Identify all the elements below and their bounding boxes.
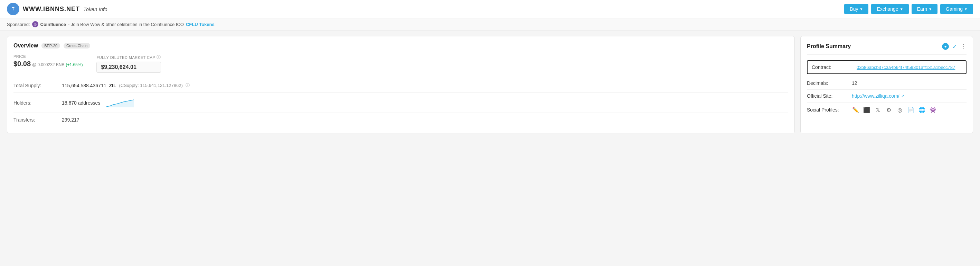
- coinfluence-brand: Coinfluence: [40, 22, 66, 27]
- github-icon[interactable]: ⚙: [885, 106, 892, 114]
- decimals-label: Decimals:: [807, 80, 852, 86]
- overview-header: Overview BEP-20 Cross-Chain: [13, 43, 788, 49]
- market-cap-block: FULLY DILUTED MARKET CAP ⓘ $9,230,624.01: [96, 54, 161, 73]
- exchange-button[interactable]: Exchange ▼: [871, 4, 908, 14]
- profile-dot-icon[interactable]: ●: [942, 43, 949, 50]
- price-section: PRICE $0.08 @ 0.000232 BNB (+1.65%) FULL…: [13, 54, 788, 73]
- profile-title: Profile Summary: [807, 43, 851, 50]
- social-profiles-label: Social Profiles:: [807, 107, 852, 112]
- sponsored-bar: Sponsored: ◎ Coinfluence - Join Bow Wow …: [0, 18, 980, 30]
- header: T WWW.IBNNS.NET Token Info Buy ▼ Exchang…: [0, 0, 980, 18]
- circle-icon[interactable]: ◎: [896, 106, 904, 114]
- price-block: PRICE $0.08 @ 0.000232 BNB (+1.65%): [13, 54, 83, 68]
- edit-icon[interactable]: ✏️: [852, 106, 859, 114]
- transfers-row: Transfers: 299,217: [13, 113, 788, 127]
- logo-icon: T: [7, 3, 19, 15]
- total-supply-row: Total Supply: 115,654,588.436711 ZIL (CS…: [13, 78, 788, 93]
- crosschain-badge[interactable]: Cross-Chain: [64, 43, 90, 48]
- social-icons: ✏️ ⬛ 𝕏 ⚙ ◎ 📄 🌐 👾: [852, 106, 937, 114]
- earn-button[interactable]: Earn ▼: [912, 4, 937, 14]
- mini-chart-icon: [107, 97, 134, 108]
- profile-header: Profile Summary ● ✓ ⋮: [807, 43, 967, 55]
- coinfluence-icon: ◎: [32, 21, 38, 27]
- csupply: (CSupply: 115,641,121.127862): [119, 83, 183, 88]
- reddit-icon[interactable]: 👾: [929, 106, 937, 114]
- official-site-link[interactable]: http://www.zilliqa.com/ ↗: [852, 93, 904, 99]
- price-label: PRICE: [13, 54, 83, 59]
- official-site-row: Official Site: http://www.zilliqa.com/ ↗: [807, 90, 967, 103]
- price-change: (+1.65%): [66, 62, 83, 67]
- market-cap-label: FULLY DILUTED MARKET CAP ⓘ: [96, 54, 161, 60]
- buy-arrow-icon: ▼: [859, 7, 863, 11]
- overview-panel: Overview BEP-20 Cross-Chain PRICE $0.08 …: [7, 36, 795, 133]
- zil-badge: ZIL: [109, 83, 116, 88]
- document-icon[interactable]: 📄: [907, 106, 915, 114]
- token-label: Token Info: [83, 6, 107, 12]
- total-supply-value: 115,654,588.436711 ZIL (CSupply: 115,641…: [62, 82, 190, 88]
- cflu-link[interactable]: CFLU Tokens: [186, 22, 215, 27]
- header-left: T WWW.IBNNS.NET Token Info: [7, 3, 107, 15]
- header-nav: Buy ▼ Exchange ▼ Earn ▼ Gaming ▼: [844, 4, 973, 14]
- profile-more-icon[interactable]: ⋮: [960, 43, 967, 50]
- decimals-value: 12: [852, 80, 858, 86]
- transfers-label: Transfers:: [13, 117, 62, 123]
- transfers-value: 299,217: [62, 117, 80, 123]
- facebook-icon[interactable]: ⬛: [863, 106, 870, 114]
- official-site-label: Official Site:: [807, 93, 852, 99]
- price-row: $0.08 @ 0.000232 BNB (+1.65%): [13, 60, 83, 68]
- twitter-icon[interactable]: 𝕏: [874, 106, 881, 114]
- market-cap-value: $9,230,624.01: [101, 64, 136, 70]
- profile-header-icons: ● ✓ ⋮: [942, 43, 967, 50]
- overview-title: Overview: [13, 43, 38, 49]
- main-content: Overview BEP-20 Cross-Chain PRICE $0.08 …: [0, 30, 980, 139]
- market-cap-box: $9,230,624.01: [96, 62, 161, 73]
- gaming-button[interactable]: Gaming ▼: [940, 4, 973, 14]
- contract-row: Contract: 0xb86abcb37c3a4b64f74f59301aff…: [807, 60, 967, 74]
- total-supply-label: Total Supply:: [13, 83, 62, 88]
- profile-check-icon[interactable]: ✓: [952, 43, 957, 50]
- gaming-arrow-icon: ▼: [964, 7, 967, 11]
- buy-button[interactable]: Buy ▼: [844, 4, 869, 14]
- svg-marker-0: [107, 100, 134, 107]
- globe-icon[interactable]: 🌐: [918, 106, 926, 114]
- bep20-badge[interactable]: BEP-20: [41, 43, 60, 48]
- profile-panel: Profile Summary ● ✓ ⋮ Contract: 0xb86abc…: [800, 36, 973, 133]
- market-cap-info-icon: ⓘ: [156, 54, 161, 60]
- contract-label: Contract:: [812, 64, 857, 70]
- price-bnb: @ 0.000232 BNB: [32, 62, 65, 67]
- sponsored-description: - Join Bow Wow & other celebrities in th…: [68, 22, 184, 27]
- social-profiles-row: Social Profiles: ✏️ ⬛ 𝕏 ⚙ ◎ 📄 🌐 👾: [807, 103, 967, 117]
- holders-label: Holders:: [13, 100, 62, 106]
- holders-row: Holders: 18,670 addresses: [13, 93, 788, 113]
- csupply-info-icon: ⓘ: [186, 82, 190, 88]
- site-title: WWW.IBNNS.NET: [23, 6, 80, 13]
- external-link-icon: ↗: [901, 93, 904, 98]
- earn-arrow-icon: ▼: [929, 7, 932, 11]
- price-value: $0.08: [13, 60, 31, 67]
- contract-address[interactable]: 0xb86abcb37c3a4b64f74f59301aff131a1becc7…: [857, 65, 955, 70]
- sponsored-prefix: Sponsored:: [7, 22, 30, 27]
- decimals-row: Decimals: 12: [807, 77, 967, 90]
- holders-value: 18,670 addresses: [62, 97, 134, 108]
- exchange-arrow-icon: ▼: [900, 7, 903, 11]
